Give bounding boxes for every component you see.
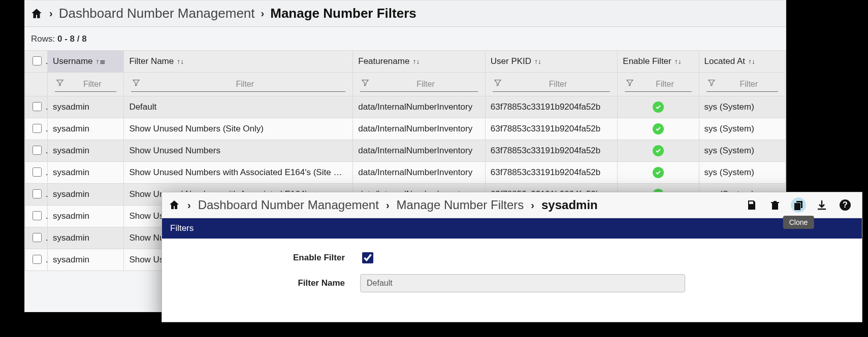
filter-placeholder: Filter <box>69 80 115 89</box>
cell-username: sysadmin <box>48 184 124 206</box>
row-checkbox[interactable] <box>33 233 42 242</box>
filter-cell-username[interactable]: Filter <box>48 73 124 96</box>
filter-placeholder: Filter <box>721 80 777 89</box>
rows-count: Rows: 0 - 8 / 8 <box>25 27 786 50</box>
clone-button[interactable]: Clone <box>791 197 806 213</box>
breadcrumb-link-dashboard[interactable]: Dashboard Number Management <box>59 6 255 21</box>
funnel-icon <box>626 79 634 89</box>
header-row: Username↑≣ Filter Name↑↓ Featurename↑↓ U… <box>25 51 786 73</box>
table-row[interactable]: sysadminDefaultdata/InternalNumberInvent… <box>25 96 786 118</box>
column-header-enable[interactable]: Enable Filter↑↓ <box>618 51 699 73</box>
detail-toolbar: Clone ? <box>744 197 853 213</box>
column-header-username[interactable]: Username↑≣ <box>48 51 124 73</box>
save-button[interactable] <box>744 197 759 213</box>
column-header-featurename[interactable]: Featurename↑↓ <box>353 51 486 73</box>
funnel-icon <box>494 79 502 89</box>
filter-placeholder: Filter <box>374 80 477 89</box>
row-checkbox-cell[interactable] <box>25 249 48 271</box>
select-all-checkbox[interactable] <box>33 56 42 65</box>
help-button[interactable]: ? <box>838 197 853 213</box>
delete-button[interactable] <box>767 197 783 213</box>
row-checkbox-cell[interactable] <box>25 140 48 162</box>
breadcrumb-link-manage-filters[interactable]: Manage Number Filters <box>397 198 524 212</box>
form-row-name: Filter Name <box>182 274 842 292</box>
breadcrumb-link-dashboard[interactable]: Dashboard Number Management <box>198 198 379 212</box>
breadcrumb-current: Manage Number Filters <box>270 6 416 21</box>
rows-label: Rows: <box>31 34 55 44</box>
cell-located: sys (System) <box>699 140 785 162</box>
filter-name-label: Filter Name <box>182 278 360 288</box>
filter-name-input[interactable] <box>360 274 685 292</box>
row-checkbox-cell[interactable] <box>25 96 48 118</box>
cell-username: sysadmin <box>48 162 124 184</box>
chevron-right-icon: › <box>531 199 534 211</box>
row-checkbox[interactable] <box>33 124 42 133</box>
row-checkbox-cell[interactable] <box>25 118 48 140</box>
sort-icon: ↑↓ <box>534 57 541 65</box>
column-label: User PKID <box>491 56 531 66</box>
row-checkbox[interactable] <box>33 255 42 264</box>
enabled-indicator-icon <box>653 102 664 113</box>
row-checkbox[interactable] <box>33 167 42 177</box>
column-label: Filter Name <box>129 56 174 66</box>
cell-enable <box>618 162 699 184</box>
table-row[interactable]: sysadminShow Unused Numbers (Site Only)d… <box>25 118 786 140</box>
chevron-right-icon: › <box>386 199 390 211</box>
filter-cell-enable[interactable]: Filter <box>618 73 699 96</box>
cell-userpkid: 63f78853c33191b9204fa52b <box>485 140 618 162</box>
enabled-indicator-icon <box>653 145 664 156</box>
filter-cell-located[interactable]: Filter <box>699 73 785 96</box>
column-header-located[interactable]: Located At↑↓ <box>699 51 785 73</box>
cell-filtername: Show Unused Numbers with Associated E164… <box>124 162 353 184</box>
filter-cell-userpkid[interactable]: Filter <box>485 73 618 96</box>
cell-username: sysadmin <box>48 96 124 118</box>
row-checkbox[interactable] <box>33 146 42 155</box>
cell-featurename: data/InternalNumberInventory <box>353 96 486 118</box>
detail-panel: › Dashboard Number Management › Manage N… <box>162 192 862 322</box>
enabled-indicator-icon <box>653 123 664 134</box>
chevron-right-icon: › <box>49 8 53 19</box>
form-row-enable: Enable Filter <box>182 251 842 265</box>
filter-row: Filter Filter Filter <box>25 73 786 96</box>
sort-icon: ↑≣ <box>96 57 106 65</box>
filter-cell-filtername[interactable]: Filter <box>124 73 353 96</box>
cell-username: sysadmin <box>48 227 124 249</box>
filter-placeholder: Filter <box>145 80 344 89</box>
column-header-filtername[interactable]: Filter Name↑↓ <box>124 51 353 73</box>
cell-userpkid: 63f78853c33191b9204fa52b <box>485 118 618 140</box>
home-icon[interactable] <box>168 199 180 211</box>
row-checkbox-cell[interactable] <box>25 206 48 227</box>
cell-username: sysadmin <box>48 249 124 271</box>
filter-placeholder: Filter <box>507 80 609 89</box>
cell-userpkid: 63f78853c33191b9204fa52b <box>485 162 618 184</box>
filter-cell-featurename[interactable]: Filter <box>353 73 486 96</box>
row-checkbox[interactable] <box>33 102 42 111</box>
cell-featurename: data/InternalNumberInventory <box>353 162 486 184</box>
funnel-icon <box>361 79 369 89</box>
breadcrumb: › Dashboard Number Management › Manage N… <box>25 1 786 27</box>
cell-enable <box>618 118 699 140</box>
svg-text:?: ? <box>843 200 848 209</box>
cell-username: sysadmin <box>48 140 124 162</box>
chevron-right-icon: › <box>187 199 191 211</box>
column-header-userpkid[interactable]: User PKID↑↓ <box>485 51 618 73</box>
chevron-right-icon: › <box>261 8 265 19</box>
download-button[interactable] <box>814 197 829 213</box>
row-checkbox-cell[interactable] <box>25 227 48 249</box>
row-checkbox-cell[interactable] <box>25 162 48 184</box>
enable-filter-checkbox[interactable] <box>362 252 373 263</box>
select-all-header[interactable] <box>25 51 48 73</box>
row-checkbox-cell[interactable] <box>25 184 48 206</box>
table-row[interactable]: sysadminShow Unused Numbersdata/Internal… <box>25 140 786 162</box>
enable-filter-label: Enable Filter <box>182 253 360 263</box>
row-checkbox[interactable] <box>33 211 42 220</box>
cell-filtername: Show Unused Numbers <box>124 140 353 162</box>
table-row[interactable]: sysadminShow Unused Numbers with Associa… <box>25 162 786 184</box>
cell-located: sys (System) <box>699 96 785 118</box>
column-label: Located At <box>704 56 745 66</box>
row-checkbox[interactable] <box>33 189 42 198</box>
home-icon[interactable] <box>30 7 43 20</box>
clone-tooltip: Clone <box>783 216 814 229</box>
cell-userpkid: 63f78853c33191b9204fa52b <box>485 96 618 118</box>
column-label: Username <box>53 56 92 66</box>
